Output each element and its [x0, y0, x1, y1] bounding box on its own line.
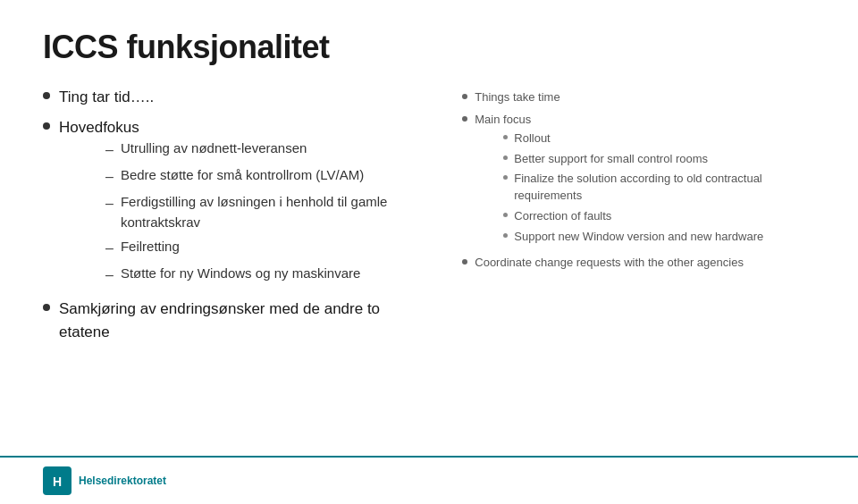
bullet-dot: [43, 304, 50, 311]
list-item: – Utrulling av nødnett-leveransen: [105, 139, 426, 161]
footer: H Helsedirektoratet: [43, 466, 166, 495]
list-item: – Ferdigstilling av løsningen i henhold …: [105, 192, 426, 232]
bullet-text: Støtte for ny Windows og ny maskinvare: [121, 264, 360, 284]
bullet-dot: [503, 135, 508, 139]
list-item: – Feilretting: [105, 237, 426, 259]
list-item: Hovedfokus – Utrulling av nødnett-levera…: [43, 116, 426, 291]
bullet-dot: [462, 94, 467, 99]
list-item: Better support for small control rooms: [503, 151, 815, 168]
bullet-dot: [43, 122, 50, 130]
list-item: Things take time: [462, 89, 815, 106]
bullet-dot: [503, 155, 508, 160]
bullet-dot: [503, 233, 508, 238]
bullet-text: Ting tar tid…..: [59, 86, 154, 109]
bullet-text: Ferdigstilling av løsningen i henhold ti…: [121, 192, 426, 232]
list-item: Rollout: [503, 130, 815, 147]
bullet-dot: [462, 116, 467, 122]
slide: ICCS funksjonalitet Ting tar tid….. Hove…: [0, 0, 858, 504]
bullet-text: Correction of faults: [514, 208, 611, 225]
dash-icon: –: [105, 166, 114, 188]
content-area: Ting tar tid….. Hovedfokus – Utrulling a…: [43, 86, 815, 450]
bullet-text: Rollout: [514, 130, 550, 147]
bullet-text: Support new Window version and new hardw…: [514, 229, 763, 246]
slide-title: ICCS funksjonalitet: [43, 29, 815, 66]
bullet-dot: [503, 213, 508, 217]
dash-icon: –: [105, 193, 114, 214]
bullet-dot: [462, 259, 467, 265]
left-column: Ting tar tid….. Hovedfokus – Utrulling a…: [43, 86, 444, 450]
bullet-text: Bedre støtte for små kontrollrom (LV/AM): [121, 165, 364, 186]
bullet-text: Finalize the solution according to old c…: [514, 171, 815, 205]
logo-area: H Helsedirektoratet: [43, 466, 166, 495]
list-item: Coordinate change requests with the othe…: [462, 255, 815, 272]
bullet-text: Utrulling av nødnett-leveransen: [121, 139, 307, 159]
list-item: Finalize the solution according to old c…: [503, 171, 815, 205]
bullet-text: Hovedfokus: [59, 119, 139, 136]
dash-icon: –: [105, 139, 114, 161]
bullet-text: Main focus: [475, 113, 531, 126]
bullet-text: Feilretting: [121, 237, 180, 257]
bullet-text: Samkjøring av endringsønsker med de andr…: [59, 298, 426, 343]
dash-icon: –: [105, 238, 114, 259]
sub-bullets: – Utrulling av nødnett-leveransen – Bedr…: [84, 139, 426, 286]
list-item: Correction of faults: [503, 208, 815, 225]
list-item: Ting tar tid…..: [43, 86, 426, 109]
bullet-dot: [503, 175, 508, 180]
list-item: Samkjøring av endringsønsker med de andr…: [43, 298, 426, 343]
svg-text:H: H: [53, 475, 62, 489]
logo-text: Helsedirektoratet: [79, 475, 166, 487]
helsedir-logo-icon: H: [43, 466, 72, 495]
bullet-text: Better support for small control rooms: [514, 151, 708, 168]
bullet-text: Coordinate change requests with the othe…: [475, 255, 744, 272]
list-item: Support new Window version and new hardw…: [503, 229, 815, 246]
bottom-divider: [0, 456, 858, 458]
sub-bullets: Rollout Better support for small control…: [487, 130, 815, 246]
list-item: – Bedre støtte for små kontrollrom (LV/A…: [105, 165, 426, 188]
right-column: Things take time Main focus Rollout Bett…: [444, 86, 815, 450]
bullet-text: Things take time: [475, 89, 559, 106]
dash-icon: –: [105, 265, 114, 286]
list-item: Main focus Rollout Better support for sm…: [462, 112, 815, 249]
list-item: – Støtte for ny Windows og ny maskinvare: [105, 264, 426, 286]
bullet-dot: [43, 92, 50, 99]
